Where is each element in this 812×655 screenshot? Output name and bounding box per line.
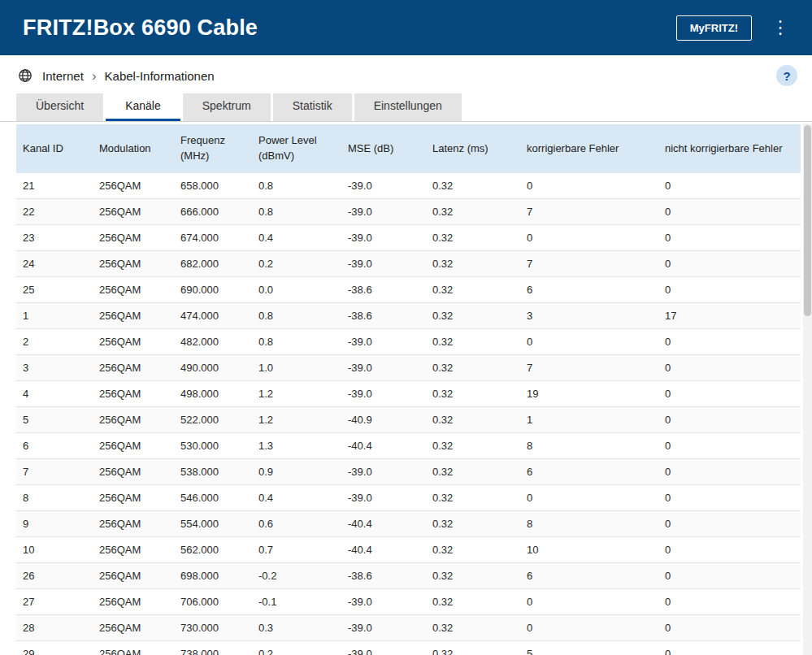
table-row: 6256QAM530.0001.3-40.40.3280 — [16, 433, 801, 459]
table-cell: 0.8 — [252, 199, 341, 225]
table-cell: 1.2 — [252, 407, 341, 433]
table-cell: -39.0 — [341, 225, 426, 251]
table-cell: 0 — [520, 589, 658, 615]
table-cell: 256QAM — [93, 589, 174, 615]
table-cell: 0.8 — [252, 173, 341, 199]
table-row: 25256QAM690.0000.0-38.60.3260 — [16, 277, 801, 303]
table-cell: 24 — [16, 251, 93, 277]
table-cell: -0.2 — [252, 563, 341, 589]
table-cell: 0 — [520, 173, 658, 199]
table-cell: 0 — [520, 329, 658, 355]
table-cell: 5 — [16, 407, 93, 433]
table-cell: 0.32 — [426, 251, 520, 277]
table-cell: 546.000 — [174, 485, 252, 511]
table-row: 8256QAM546.0000.4-39.00.3200 — [16, 485, 801, 511]
table-cell: -39.0 — [341, 173, 426, 199]
table-cell: 554.000 — [174, 511, 252, 537]
table-cell: 0.32 — [426, 485, 520, 511]
help-button[interactable]: ? — [776, 65, 797, 86]
table-cell: -39.0 — [341, 381, 426, 407]
table-cell: 22 — [16, 199, 93, 225]
chevron-right-icon: › — [92, 69, 97, 83]
table-cell: 0.32 — [426, 615, 520, 641]
table-cell: -39.0 — [341, 589, 426, 615]
page-title: FRITZ!Box 6690 Cable — [23, 15, 258, 41]
table-cell: 9 — [16, 511, 93, 537]
table-cell: 0 — [658, 537, 801, 563]
table-cell: 0.32 — [426, 537, 520, 563]
table-cell: 6 — [520, 459, 658, 485]
table-cell: 0 — [658, 277, 801, 303]
table-cell: 0 — [520, 615, 658, 641]
table-cell: 0 — [658, 511, 801, 537]
table-cell: 0 — [658, 199, 801, 225]
table-cell: 0 — [658, 251, 801, 277]
table-cell: 1 — [520, 407, 658, 433]
column-header: nicht korrigierbare Fehler — [658, 124, 801, 173]
table-row: 7256QAM538.0000.9-39.00.3260 — [16, 459, 801, 485]
table-cell: -38.6 — [341, 303, 426, 329]
table-cell: 256QAM — [93, 199, 174, 225]
table-cell: -39.0 — [341, 485, 426, 511]
table-cell: 256QAM — [93, 277, 174, 303]
table-cell: 29 — [16, 641, 93, 655]
table-cell: 0 — [658, 563, 801, 589]
table-cell: 682.000 — [174, 251, 252, 277]
table-cell: 256QAM — [93, 251, 174, 277]
table-cell: 0.8 — [252, 303, 341, 329]
table-cell: 256QAM — [93, 303, 174, 329]
table-cell: 28 — [16, 615, 93, 641]
table-cell: 1.3 — [252, 433, 341, 459]
column-header: Kanal ID — [16, 124, 93, 173]
tab-kan-le[interactable]: Kanäle — [106, 93, 180, 121]
table-cell: -39.0 — [341, 355, 426, 381]
table-cell: 256QAM — [93, 511, 174, 537]
table-cell: 0.3 — [252, 615, 341, 641]
myfritz-button[interactable]: MyFRITZ! — [676, 15, 752, 41]
table-cell: 21 — [16, 173, 93, 199]
table-cell: 7 — [520, 199, 658, 225]
table-cell: 0.8 — [252, 329, 341, 355]
table-cell: -40.9 — [341, 407, 426, 433]
channel-table-head: Kanal IDModulationFrequenz (MHz)Power Le… — [16, 124, 801, 173]
table-cell: 1.2 — [252, 381, 341, 407]
table-cell: 4 — [16, 381, 93, 407]
tab--bersicht[interactable]: Übersicht — [16, 93, 103, 121]
table-cell: 256QAM — [93, 537, 174, 563]
column-header: Power Level (dBmV) — [252, 124, 341, 173]
table-cell: 666.000 — [174, 199, 252, 225]
table-cell: 256QAM — [93, 173, 174, 199]
table-cell: 474.000 — [174, 303, 252, 329]
table-row: 27256QAM706.000-0.1-39.00.3200 — [16, 589, 801, 615]
kebab-menu-icon[interactable]: ⋮ — [766, 15, 794, 40]
scrollbar[interactable] — [803, 124, 812, 655]
table-cell: 256QAM — [93, 381, 174, 407]
tab-einstellungen[interactable]: Einstellungen — [354, 93, 462, 121]
table-cell: 0.32 — [426, 563, 520, 589]
globe-icon — [18, 68, 33, 83]
scrollbar-thumb[interactable] — [804, 125, 811, 316]
table-cell: 0.2 — [252, 641, 341, 655]
breadcrumb-page: Kabel-Informationen — [105, 69, 215, 83]
table-cell: 0 — [658, 641, 801, 655]
topbar-actions: MyFRITZ! ⋮ — [676, 15, 794, 41]
table-cell: 0.32 — [426, 511, 520, 537]
table-cell: 698.000 — [174, 563, 252, 589]
table-row: 1256QAM474.0000.8-38.60.32317 — [16, 303, 801, 329]
table-cell: 7 — [520, 355, 658, 381]
tab-statistik[interactable]: Statistik — [273, 93, 352, 121]
breadcrumb-section[interactable]: Internet — [42, 69, 84, 83]
table-cell: 256QAM — [93, 563, 174, 589]
table-cell: 6 — [16, 433, 93, 459]
table-cell: -39.0 — [341, 641, 426, 655]
table-cell: 0.32 — [426, 433, 520, 459]
column-header: korrigierbare Fehler — [520, 124, 658, 173]
table-cell: -38.6 — [341, 277, 426, 303]
channel-table-body: 21256QAM658.0000.8-39.00.320022256QAM666… — [16, 173, 801, 655]
table-cell: 0.0 — [252, 277, 341, 303]
table-row: 2256QAM482.0000.8-39.00.3200 — [16, 329, 801, 355]
table-cell: 0.32 — [426, 225, 520, 251]
table-cell: 522.000 — [174, 407, 252, 433]
table-cell: 0 — [520, 485, 658, 511]
tab-spektrum[interactable]: Spektrum — [183, 93, 271, 121]
